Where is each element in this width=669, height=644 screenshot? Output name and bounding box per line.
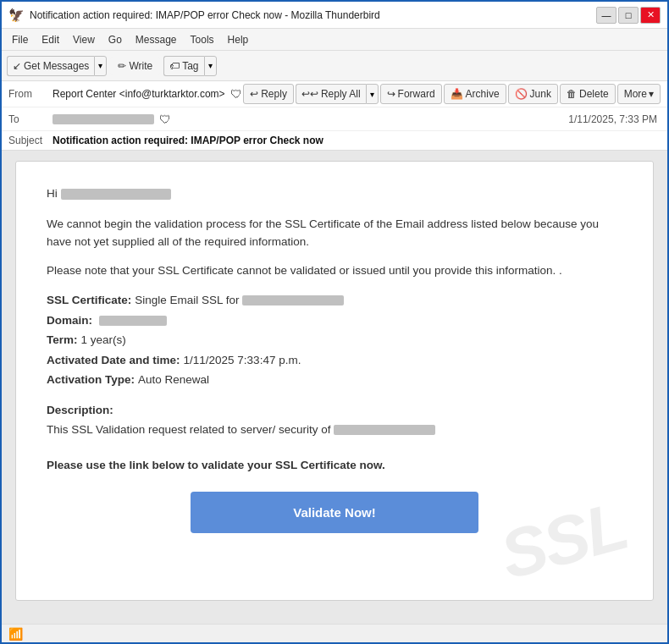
activation-type-label: Activation Type: — [47, 371, 135, 389]
activated-label: Activated Date and time: — [47, 351, 180, 370]
archive-icon: 📥 — [451, 88, 463, 100]
title-bar-left: 🦅 Notification action required: IMAP/POP… — [8, 8, 380, 23]
from-value: Report Center <info@turktarktor.com> 🛡 — [53, 87, 243, 101]
to-security-icon: 🛡 — [159, 113, 171, 126]
email-para-2: Please note that your SSL Certificate ca… — [47, 262, 622, 279]
activation-type-value: Auto Renewal — [138, 371, 209, 389]
reply-all-label: Reply All — [321, 88, 361, 100]
write-icon: ✏ — [118, 60, 126, 72]
close-button[interactable]: ✕ — [640, 7, 661, 24]
subject-row: Subject Notification action required: IM… — [2, 131, 667, 150]
domain-blurred — [99, 316, 167, 326]
from-address: Report Center <info@turktarktor.com> — [53, 88, 225, 100]
description-section: Description: This SSL Validation request… — [47, 401, 622, 438]
to-row: To 🛡 1/11/2025, 7:33 PM — [2, 107, 667, 131]
to-address-blurred — [53, 114, 154, 124]
cta-section: Please use the link below to validate yo… — [47, 459, 622, 533]
more-button[interactable]: More ▾ — [617, 84, 661, 104]
get-messages-dropdown-arrow[interactable]: ▾ — [94, 56, 107, 76]
menu-go[interactable]: Go — [103, 32, 127, 47]
activation-type-row: Activation Type: Auto Renewal — [47, 371, 622, 389]
reply-button[interactable]: ↩ Reply — [243, 84, 294, 104]
subject-value: Notification action required: IMAP/POP e… — [53, 135, 323, 146]
email-date: 1/11/2025, 7:33 PM — [568, 113, 661, 125]
email-greeting: Hi — [47, 185, 622, 202]
reply-all-dropdown-arrow[interactable]: ▾ — [366, 84, 379, 104]
tag-split: 🏷 Tag ▾ — [163, 56, 216, 76]
to-value: 🛡 — [53, 113, 568, 126]
junk-label: Junk — [530, 88, 551, 100]
title-bar-controls: — □ ✕ — [596, 7, 661, 24]
reply-all-icon: ↩↩ — [301, 88, 318, 100]
cta-text: Please use the link below to validate yo… — [47, 459, 622, 471]
junk-icon: 🚫 — [515, 88, 528, 100]
archive-label: Archive — [466, 88, 500, 100]
validate-now-button[interactable]: Validate Now! — [191, 492, 478, 533]
forward-icon: ↪ — [387, 88, 395, 100]
ssl-value: Single Email SSL for — [135, 291, 344, 310]
email-body-container: SSL Hi We cannot begin the validation pr… — [2, 151, 667, 624]
tag-icon: 🏷 — [169, 60, 180, 72]
write-label: Write — [129, 60, 152, 72]
activated-row: Activated Date and time: 1/11/2025 7:33:… — [47, 351, 622, 370]
tag-button[interactable]: 🏷 Tag — [163, 56, 203, 76]
ssl-domain-blurred — [242, 295, 344, 305]
app-icon: 🦅 — [8, 8, 25, 23]
email-para-1: We cannot begin the validation process f… — [47, 216, 622, 250]
verified-icon: 🛡 — [230, 87, 242, 101]
activated-value: 1/11/2025 7:33:47 p.m. — [184, 351, 301, 370]
delete-label: Delete — [579, 88, 609, 100]
tag-dropdown-arrow[interactable]: ▾ — [204, 56, 217, 76]
window-title: Notification action required: IMAP/POP e… — [30, 9, 380, 21]
reply-icon: ↩ — [250, 88, 258, 100]
term-row: Term: 1 year(s) — [47, 331, 622, 350]
status-icon: 📶 — [8, 627, 23, 641]
ssl-certificate-row: SSL Certificate: Single Email SSL for — [47, 291, 622, 310]
forward-button[interactable]: ↪ Forward — [380, 84, 442, 104]
term-label: Term: — [47, 331, 78, 350]
email-header: From Report Center <info@turktarktor.com… — [2, 81, 667, 151]
domain-label: Domain: — [47, 311, 92, 330]
menu-help[interactable]: Help — [223, 32, 254, 47]
title-bar: 🦅 Notification action required: IMAP/POP… — [2, 2, 667, 29]
description-label: Description: — [47, 401, 113, 420]
archive-button[interactable]: 📥 Archive — [444, 84, 506, 104]
domain-value — [96, 311, 167, 330]
get-messages-button[interactable]: ↙ Get Messages — [7, 56, 94, 76]
email-content: Hi We cannot begin the validation proces… — [47, 185, 622, 533]
from-row: From Report Center <info@turktarktor.com… — [2, 81, 667, 107]
ssl-label: SSL Certificate: — [47, 291, 131, 310]
email-action-buttons: ↩ Reply ↩↩ Reply All ▾ ↪ Forward 📥 Arch — [243, 84, 661, 104]
get-messages-icon: ↙ — [13, 60, 21, 72]
menu-message[interactable]: Message — [130, 32, 182, 47]
more-arrow-icon: ▾ — [649, 88, 654, 100]
reply-all-button[interactable]: ↩↩ Reply All — [296, 84, 366, 104]
reply-all-split: ↩↩ Reply All ▾ — [296, 84, 379, 104]
from-label: From — [8, 88, 53, 100]
menu-tools[interactable]: Tools — [185, 32, 219, 47]
main-window: 🦅 Notification action required: IMAP/POP… — [0, 0, 669, 644]
menu-edit[interactable]: Edit — [36, 32, 64, 47]
subject-label: Subject — [8, 135, 53, 146]
toolbar: ↙ Get Messages ▾ ✏ Write 🏷 Tag ▾ — [2, 51, 667, 81]
delete-button[interactable]: 🗑 Delete — [560, 84, 616, 104]
menubar: File Edit View Go Message Tools Help — [2, 29, 667, 51]
get-messages-label: Get Messages — [24, 60, 89, 72]
domain-row: Domain: — [47, 311, 622, 330]
to-label: To — [8, 113, 53, 125]
junk-button[interactable]: 🚫 Junk — [508, 84, 558, 104]
write-button[interactable]: ✏ Write — [110, 57, 160, 75]
minimize-button[interactable]: — — [596, 7, 616, 24]
tag-label: Tag — [182, 60, 198, 72]
more-label: More — [624, 88, 647, 100]
menu-file[interactable]: File — [7, 32, 33, 47]
status-bar: 📶 — [2, 624, 667, 642]
recipient-name-blurred — [61, 189, 171, 200]
description-value: This SSL Validation request related to s… — [47, 421, 622, 438]
maximize-button[interactable]: □ — [618, 7, 639, 24]
description-label-row: Description: — [47, 401, 622, 420]
delete-icon: 🗑 — [567, 88, 577, 100]
forward-label: Forward — [398, 88, 435, 100]
menu-view[interactable]: View — [68, 32, 100, 47]
term-value: 1 year(s) — [81, 331, 126, 350]
